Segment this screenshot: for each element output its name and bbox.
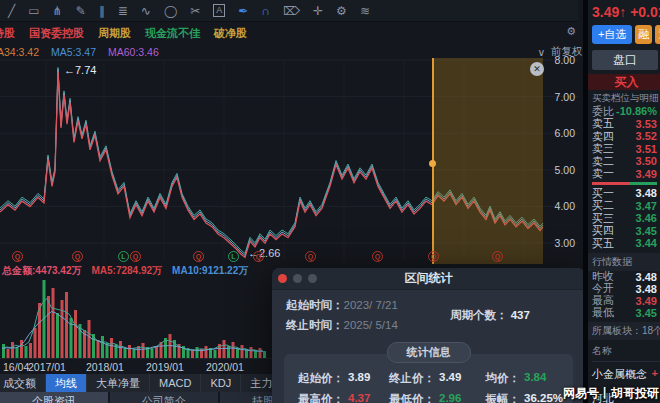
- price-axis-tick: 6.00: [543, 127, 575, 139]
- sector-row[interactable]: 小金属概念+: [592, 362, 660, 386]
- price-axis-tick: 8.00: [543, 54, 575, 66]
- margin-badge: 融: [635, 25, 652, 44]
- text-tool-icon[interactable]: A: [213, 4, 225, 17]
- stock-tag[interactable]: 国资委控股: [29, 26, 84, 41]
- main-price-chart[interactable]: ✕ ←7.74 ←2.66 8.007.006.005.004.003.00: [0, 55, 578, 267]
- drawing-toolbar: ╱▭⋔✎∥≣∿◯✂A✒∩⌦✛⚙≋: [0, 0, 578, 22]
- ex-rights-marker-icon[interactable]: Q: [253, 251, 264, 262]
- stock-tag[interactable]: 现金流不佳: [145, 26, 200, 41]
- subtab-公司简介[interactable]: 公司简介: [110, 392, 218, 403]
- up-arrow-icon: ↑: [619, 4, 626, 20]
- price-axis-tick: 3.00: [543, 237, 575, 249]
- layers-tool-icon[interactable]: ≋: [360, 0, 370, 22]
- start-time-label: 起始时间：: [286, 299, 344, 311]
- gann-fan-tool-icon[interactable]: ⋔: [53, 0, 63, 22]
- tab-order-book[interactable]: 盘口: [592, 50, 658, 70]
- date-axis-tick: 16/04: [3, 361, 29, 373]
- interval-selection-region[interactable]: [432, 58, 543, 264]
- tags-settings-gear-icon[interactable]: ⚙: [566, 25, 576, 38]
- move-tool-icon[interactable]: ✛: [313, 0, 323, 22]
- stats-section-pill: 统计信息: [387, 342, 471, 363]
- region-handle-dot[interactable]: [429, 160, 436, 167]
- stock-tags-row: 特股国资委控股周期股现金流不佳破净股: [0, 22, 578, 44]
- volume-legend-item: MA10:9121.22万: [172, 264, 248, 277]
- stat-cell: 起始价：3.89: [292, 371, 383, 386]
- date-axis-tick: 2019/01: [146, 361, 184, 373]
- ex-rights-marker-icon[interactable]: Q: [372, 251, 383, 262]
- parallel-lines-tool-icon[interactable]: ∥: [99, 0, 105, 22]
- region-close-icon[interactable]: ✕: [530, 62, 544, 76]
- order-book-sidebar: 3.49↑ +0.01 +自选 融 通 盘口 买入 买卖档位与明细（手 委比 -…: [583, 0, 660, 403]
- stock-tag[interactable]: 特股: [0, 26, 15, 41]
- tab-MACD[interactable]: MACD: [150, 374, 201, 392]
- horizontal-lines-tool-icon[interactable]: ≣: [118, 0, 128, 22]
- ask-ratio-segment: [592, 182, 630, 185]
- tab-KDJ[interactable]: KDJ: [201, 374, 241, 392]
- trash-tool-icon[interactable]: ⌦: [283, 0, 300, 22]
- quote-row: 最低3.45: [592, 307, 660, 319]
- pencil-tool-icon[interactable]: ✎: [76, 0, 86, 22]
- stat-cell: 最高价：4.37: [292, 392, 383, 403]
- connect-badge: 通: [655, 25, 660, 44]
- date-axis-tick: 2018/01: [86, 361, 124, 373]
- ex-rights-marker-icon[interactable]: L: [228, 251, 239, 262]
- pen-tool-icon[interactable]: ✒: [238, 0, 248, 22]
- circle-tool-icon[interactable]: ◯: [164, 0, 177, 22]
- subtab-个股资讯[interactable]: 个股资讯: [0, 392, 108, 403]
- tab-均线[interactable]: 均线: [46, 374, 87, 392]
- volume-legend-item: MA5:7284.92万: [91, 264, 162, 277]
- peak-price-annotation: ←7.74: [64, 64, 96, 76]
- price-axis-tick: 4.00: [543, 200, 575, 212]
- quote-data-header: 行情数据: [588, 253, 660, 271]
- end-time-value: 2025/ 5/14: [344, 319, 398, 331]
- bid-row[interactable]: 买五3.44: [592, 237, 660, 250]
- price-change: +0.01: [630, 4, 660, 20]
- watermark: 网易号丨胡哥投研: [563, 385, 659, 402]
- ex-rights-marker-icon[interactable]: Q: [193, 251, 204, 262]
- current-price: 3.49↑ +0.01: [592, 4, 660, 20]
- price-axis-tick: 5.00: [543, 164, 575, 176]
- ex-rights-marker-icon[interactable]: Q: [130, 251, 141, 262]
- rect-tool-icon[interactable]: ▭: [28, 0, 39, 22]
- modal-titlebar[interactable]: 区间统计: [272, 268, 585, 290]
- stat-cell: 终止价：3.49: [383, 371, 474, 386]
- ex-rights-marker-icon[interactable]: Q: [492, 251, 503, 262]
- stock-tag[interactable]: 破净股: [214, 26, 247, 41]
- cycle-count-label: 周期个数：: [450, 309, 508, 321]
- date-axis-tick: 2020/01: [206, 361, 244, 373]
- settings-tool-icon[interactable]: ⚙: [336, 0, 347, 22]
- ask-row[interactable]: 卖一3.49: [592, 168, 660, 181]
- tab-大单净量[interactable]: 大单净量: [87, 374, 150, 392]
- modal-title: 区间统计: [272, 270, 585, 287]
- depth-ratio-bar: [592, 182, 657, 185]
- stock-tag[interactable]: 周期股: [98, 26, 131, 41]
- tab-成交额[interactable]: 成交额: [0, 374, 46, 392]
- stat-cell: 均价：3.84: [474, 371, 565, 386]
- price-axis-tick: 7.00: [543, 91, 575, 103]
- magnet-tool-icon[interactable]: ∩: [261, 0, 270, 22]
- start-time-value: 2023/ 7/21: [344, 299, 398, 311]
- add-watchlist-button[interactable]: +自选: [592, 25, 632, 44]
- cycle-count-value: 437: [511, 309, 530, 321]
- stat-cell: 振幅：36.25%: [474, 392, 565, 403]
- interval-stats-modal: 区间统计 起始时间：2023/ 7/21 终止时间：2025/ 5/14 周期个…: [272, 268, 585, 403]
- ex-rights-marker-icon[interactable]: Q: [72, 251, 83, 262]
- wave-tool-icon[interactable]: ∿: [141, 0, 151, 22]
- weibi-value: -10.86%: [616, 105, 657, 117]
- sector-count-header: 所属板块：18个: [588, 322, 660, 340]
- modal-date-fields: 起始时间：2023/ 7/21 终止时间：2025/ 5/14 周期个数： 43…: [272, 290, 585, 334]
- buy-banner[interactable]: 买入: [588, 74, 660, 90]
- volume-legend-item: 总金额:4473.42万: [2, 264, 81, 277]
- ex-rights-marker-icon[interactable]: Q: [12, 251, 23, 262]
- ex-rights-marker-icon[interactable]: Q: [428, 251, 439, 262]
- line-tool-icon[interactable]: ╱: [8, 0, 15, 22]
- stat-cell: 最低价：2.96: [383, 392, 474, 403]
- sector-name-column-header: 名称: [592, 340, 660, 362]
- stock-app-window: ╱▭⋔✎∥≣∿◯✂A✒∩⌦✛⚙≋ 特股国资委控股周期股现金流不佳破净股 ⚙ A3…: [0, 0, 660, 403]
- cut-tool-icon[interactable]: ✂: [190, 0, 200, 22]
- ex-rights-marker-icon[interactable]: Q: [305, 251, 316, 262]
- ex-rights-marker-icon[interactable]: L: [118, 251, 129, 262]
- ex-rights-markers-row: QQLQQLQQQQQ: [0, 250, 578, 264]
- end-time-label: 终止时间：: [286, 319, 344, 331]
- date-axis-tick: 2017/01: [28, 361, 66, 373]
